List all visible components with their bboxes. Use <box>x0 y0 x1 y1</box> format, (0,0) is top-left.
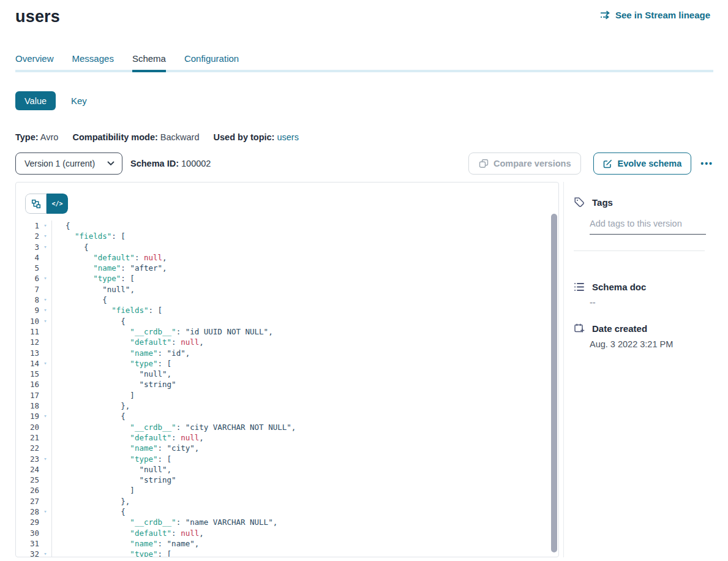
code-text: "fields": [ <box>51 231 558 241</box>
code-text: "type": [ <box>51 358 558 369</box>
line-number: 23 <box>16 454 39 464</box>
fold-spacer <box>39 475 51 485</box>
line-number: 17 <box>16 390 39 401</box>
tab-overview[interactable]: Overview <box>15 53 54 70</box>
code-line: 24 "null", <box>16 464 558 475</box>
code-text: "default": null, <box>51 337 558 347</box>
fold-spacer <box>39 422 51 432</box>
line-number: 10 <box>16 316 39 326</box>
code-line: 21 "default": null, <box>16 432 558 443</box>
line-number: 20 <box>16 422 39 432</box>
main-content: </> 1▾{2▾ "fields": [3▾ {4 "default": nu… <box>15 182 713 557</box>
tab-messages[interactable]: Messages <box>72 53 114 70</box>
chevron-down-icon <box>107 161 114 166</box>
tags-heading: Tags <box>592 197 613 208</box>
fold-toggle-icon[interactable]: ▾ <box>39 411 51 421</box>
code-line: 1▾{ <box>16 220 558 231</box>
fold-toggle-icon[interactable]: ▾ <box>39 358 51 369</box>
line-number: 30 <box>16 528 39 538</box>
fold-toggle-icon[interactable]: ▾ <box>39 316 51 326</box>
tab-schema[interactable]: Schema <box>132 53 166 70</box>
tab-underline-track <box>15 70 713 72</box>
code-text: "string" <box>51 379 558 390</box>
code-line: 17 ] <box>16 390 558 401</box>
line-number: 21 <box>16 432 39 443</box>
fold-toggle-icon[interactable]: ▾ <box>39 220 51 231</box>
topic-link[interactable]: users <box>277 132 298 142</box>
fold-spacer <box>39 401 51 411</box>
evolve-schema-button[interactable]: Evolve schema <box>593 152 691 175</box>
code-line: 6▾ "type": [ <box>16 273 558 284</box>
code-line: 20 "__crdb__": "city VARCHAR NOT NULL", <box>16 422 558 432</box>
code-line: 22 "name": "city", <box>16 443 558 453</box>
code-text: "name": "after", <box>51 263 558 273</box>
code-line: 29 "__crdb__": "name VARCHAR NULL", <box>16 517 558 527</box>
code-line: 12 "default": null, <box>16 337 558 347</box>
stream-lineage-link[interactable]: See in Stream lineage <box>600 10 710 20</box>
fold-spacer <box>39 528 51 538</box>
fold-spacer <box>39 464 51 475</box>
fold-toggle-icon[interactable]: ▾ <box>39 454 51 464</box>
line-number: 25 <box>16 475 39 485</box>
code-line: 13 "name": "id", <box>16 348 558 358</box>
more-actions-button[interactable]: ••• <box>700 159 713 168</box>
code-text: { <box>51 506 558 517</box>
line-number: 11 <box>16 326 39 337</box>
scrollbar-thumb[interactable] <box>551 214 557 552</box>
code-line: 9▾ "fields": [ <box>16 305 558 315</box>
code-text: "default": null, <box>51 252 558 263</box>
compare-versions-button[interactable]: Compare versions <box>468 152 582 175</box>
code-text: ] <box>51 485 558 495</box>
code-line: 30 "default": null, <box>16 528 558 538</box>
code-line: 23▾ "type": [ <box>16 454 558 464</box>
code-line: 16 "string" <box>16 379 558 390</box>
tags-input[interactable] <box>590 219 706 235</box>
fold-toggle-icon[interactable]: ▾ <box>39 295 51 305</box>
code-text: { <box>51 220 558 231</box>
fold-toggle-icon[interactable]: ▾ <box>39 549 51 557</box>
tab-configuration[interactable]: Configuration <box>184 53 239 70</box>
date-created-value: Aug. 3 2022 3:21 PM <box>590 339 713 349</box>
fold-toggle-icon[interactable]: ▾ <box>39 231 51 241</box>
value-button[interactable]: Value <box>15 91 56 110</box>
code-text: "__crdb__": "city VARCHAR NOT NULL", <box>51 422 558 432</box>
compat-label: Compatibility mode: <box>72 132 157 142</box>
fold-toggle-icon[interactable]: ▾ <box>39 242 51 252</box>
code-line: 8▾ { <box>16 295 558 305</box>
edit-icon <box>603 159 612 168</box>
code-line: 26 ] <box>16 485 558 495</box>
schema-page: users See in Stream lineage Overview Mes… <box>0 0 728 561</box>
code-text: "type": [ <box>51 273 558 284</box>
compare-label: Compare versions <box>493 159 571 168</box>
code-line: 27 }, <box>16 496 558 506</box>
stream-lineage-icon <box>600 10 611 20</box>
tab-bar: Overview Messages Schema Configuration <box>0 53 728 72</box>
version-select-value: Version 1 (current) <box>24 159 95 168</box>
line-number: 29 <box>16 517 39 527</box>
schema-id-label: Schema ID: <box>130 159 179 168</box>
line-number: 32 <box>16 549 39 557</box>
version-select[interactable]: Version 1 (current) <box>15 152 122 175</box>
code-text: "type": [ <box>51 549 558 557</box>
stream-lineage-label: See in Stream lineage <box>615 10 710 20</box>
line-number: 27 <box>16 496 39 506</box>
schema-doc-heading: Schema doc <box>592 282 646 292</box>
fold-toggle-icon[interactable]: ▾ <box>39 506 51 517</box>
line-number: 4 <box>16 252 39 263</box>
tag-icon <box>574 197 585 208</box>
code-text: "name": "id", <box>51 348 558 358</box>
code-view-button[interactable]: </> <box>47 194 68 214</box>
sidebar-divider <box>574 250 705 251</box>
fold-toggle-icon[interactable]: ▾ <box>39 273 51 284</box>
code-line: 5 "name": "after", <box>16 263 558 273</box>
code-view-icon: </> <box>51 200 62 207</box>
line-number: 7 <box>16 284 39 295</box>
code-text: "__crdb__": "name VARCHAR NULL", <box>51 517 558 527</box>
key-button[interactable]: Key <box>71 96 87 106</box>
fold-toggle-icon[interactable]: ▾ <box>39 305 51 315</box>
code-text: "null", <box>51 369 558 379</box>
tree-view-button[interactable] <box>25 194 47 214</box>
fold-spacer <box>39 379 51 390</box>
code-line: 31 "name": "name", <box>16 538 558 549</box>
code-line: 19▾ { <box>16 411 558 421</box>
